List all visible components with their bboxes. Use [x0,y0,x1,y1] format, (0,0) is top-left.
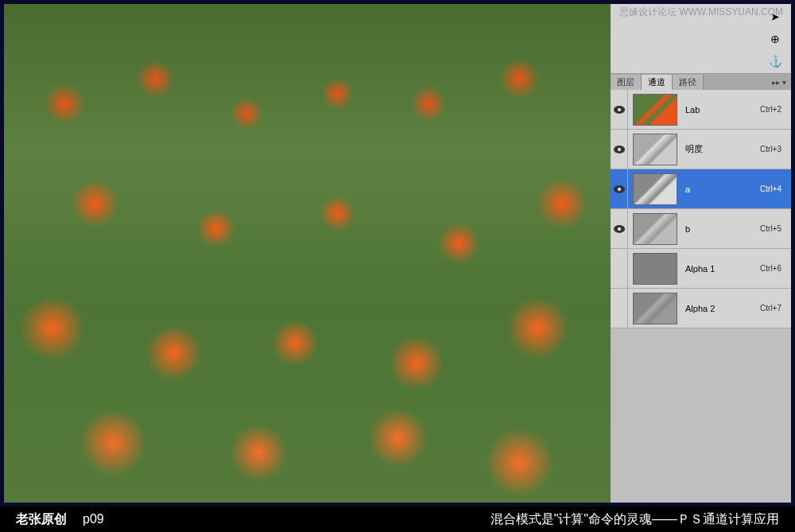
channel-thumbnail [633,94,677,126]
channel-shortcut-label: Ctrl+5 [760,224,791,233]
app-frame: 思缘设计论坛 WWW.MISSYUAN.COM ➤⊕⚓ 图层通道路径▸▸ ▾ L… [0,0,795,507]
channel-row-Alpha 1[interactable]: Alpha 1Ctrl+6 [611,249,791,289]
offset-icon[interactable]: ⊕ [766,29,785,49]
tab-图层[interactable]: 图层 [611,75,642,90]
eye-icon [614,225,625,233]
caption-bar: 老张原创 p09 混合模式是"计算"命令的灵魂——ＰＳ通道计算应用 [0,507,795,532]
channel-shortcut-label: Ctrl+2 [760,105,791,114]
eye-icon [614,185,625,193]
channel-shortcut-label: Ctrl+7 [760,304,791,313]
visibility-toggle[interactable] [611,90,628,129]
eye-icon [614,106,625,114]
channel-row-Lab[interactable]: LabCtrl+2 [611,90,791,130]
channel-thumbnail [633,213,677,245]
channel-thumbnail [633,173,677,205]
channel-name-label: 明度 [682,143,760,155]
channel-name-label: a [682,184,760,194]
right-panels: ➤⊕⚓ 图层通道路径▸▸ ▾ LabCtrl+2明度Ctrl+3aCtrl+4b… [611,4,791,503]
visibility-toggle[interactable] [611,249,628,288]
visibility-toggle[interactable] [611,169,628,208]
channel-name-label: Lab [682,105,760,115]
tab-通道[interactable]: 通道 [642,75,673,90]
channel-thumbnail [633,293,677,324]
panel-tab-strip: 图层通道路径▸▸ ▾ [611,74,791,90]
watermark-text: 思缘设计论坛 WWW.MISSYUAN.COM [619,6,783,19]
document-canvas[interactable] [4,4,611,503]
caption-page: p09 [83,512,104,526]
channels-panel: LabCtrl+2明度Ctrl+3aCtrl+4bCtrl+5Alpha 1Ct… [611,90,791,328]
panel-menu-icon[interactable]: ▸▸ ▾ [767,78,791,87]
channel-row-明度[interactable]: 明度Ctrl+3 [611,130,791,169]
channel-thumbnail [633,134,677,165]
channel-name-label: Alpha 2 [682,304,760,313]
channel-shortcut-label: Ctrl+3 [760,145,791,153]
eye-icon [614,146,625,153]
visibility-toggle[interactable] [611,289,628,328]
visibility-toggle[interactable] [611,130,628,169]
channel-name-label: Alpha 1 [682,264,760,274]
anchor-icon[interactable]: ⚓ [766,52,785,71]
channel-row-b[interactable]: bCtrl+5 [611,209,791,249]
channel-thumbnail [633,253,677,285]
caption-author: 老张原创 [16,511,67,528]
channel-shortcut-label: Ctrl+4 [760,184,791,193]
caption-title: 混合模式是"计算"命令的灵魂——ＰＳ通道计算应用 [491,511,779,528]
tab-路径[interactable]: 路径 [673,75,704,90]
channel-row-a[interactable]: aCtrl+4 [611,169,791,209]
tulip-image [4,4,611,503]
visibility-toggle[interactable] [611,209,628,248]
channel-shortcut-label: Ctrl+6 [760,264,791,273]
channel-row-Alpha 2[interactable]: Alpha 2Ctrl+7 [611,289,791,328]
channel-name-label: b [682,224,760,234]
